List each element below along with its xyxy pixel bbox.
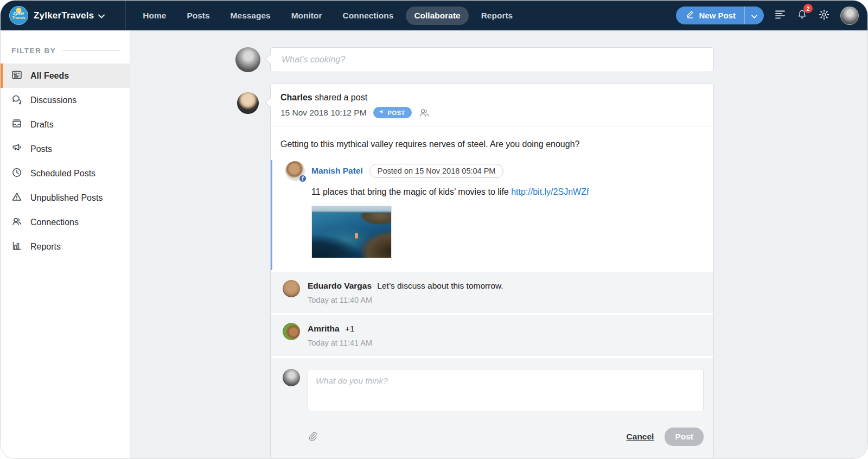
user-avatar[interactable] — [283, 369, 300, 386]
brand-switcher[interactable]: ZylkerTravels — [34, 10, 105, 21]
comment-author-name[interactable]: Eduardo Vargas — [308, 281, 372, 290]
post-author-name[interactable]: Charles — [280, 93, 312, 102]
post-header: Charles shared a post 15 Nov 2018 10:12 … — [271, 84, 713, 126]
filter-sidebar: FILTER BY All Feeds Discussions Drafts P… — [1, 30, 130, 459]
brand-name: ZylkerTravels — [34, 10, 94, 21]
notification-count-badge: 2 — [803, 4, 813, 13]
comment-author-avatar[interactable] — [283, 280, 300, 297]
activity-menu-button[interactable] — [775, 10, 786, 22]
sidebar-item-label: All Feeds — [30, 71, 69, 81]
primary-nav: Home Posts Messages Monitor Connections … — [130, 7, 521, 25]
clock-icon — [11, 167, 22, 180]
megaphone-icon — [379, 109, 385, 116]
app-window: Zylker Travels ZylkerTravels Home Posts … — [0, 0, 868, 459]
comment-text: Let’s discuss about this tomorrow. — [377, 281, 503, 290]
connections-icon — [11, 216, 22, 229]
sidebar-item-posts[interactable]: Posts — [1, 137, 130, 161]
nav-item-monitor[interactable]: Monitor — [283, 7, 330, 25]
chevron-down-icon — [98, 10, 105, 21]
compose-pencil-icon — [686, 10, 694, 21]
nav-item-messages[interactable]: Messages — [222, 7, 279, 25]
sidebar-item-label: Reports — [30, 242, 61, 252]
comment-text: +1 — [345, 324, 355, 333]
status-composer-row — [235, 47, 714, 72]
sidebar-item-reports[interactable]: Reports — [1, 234, 130, 259]
facebook-icon: f — [299, 175, 307, 182]
user-avatar[interactable] — [235, 47, 260, 72]
list-lines-icon — [775, 10, 786, 22]
discussions-icon — [11, 94, 22, 107]
sidebar-item-label: Posts — [30, 144, 52, 154]
sidebar-item-label: Discussions — [30, 95, 76, 105]
warning-icon — [11, 192, 22, 205]
shared-post-text: 11 places that bring the magic of kids’ … — [311, 187, 703, 197]
post-type-badge: POST — [373, 107, 412, 118]
new-post-label: New Post — [699, 11, 736, 20]
sidebar-item-connections[interactable]: Connections — [1, 210, 130, 234]
comment-composer: Cancel Post — [271, 358, 713, 459]
sidebar-item-label: Scheduled Posts — [30, 169, 95, 178]
attachment-paperclip-icon[interactable] — [308, 431, 318, 443]
nav-item-collaborate[interactable]: Collaborate — [406, 7, 468, 25]
post-row: Charles shared a post 15 Nov 2018 10:12 … — [235, 83, 714, 459]
new-post-dropdown-button[interactable] — [744, 7, 764, 24]
nav-item-connections[interactable]: Connections — [335, 7, 402, 25]
topbar-divider — [125, 1, 126, 30]
filter-divider-line — [62, 50, 120, 51]
new-post-split-button: New Post — [676, 7, 764, 24]
bar-chart-icon — [11, 240, 22, 253]
sidebar-item-all-feeds[interactable]: All Feeds — [1, 63, 130, 88]
gear-icon — [819, 9, 829, 22]
notifications-button[interactable]: 2 — [796, 9, 808, 22]
user-avatar[interactable] — [840, 7, 859, 25]
chevron-down-icon — [751, 11, 757, 21]
sidebar-item-scheduled-posts[interactable]: Scheduled Posts — [1, 161, 130, 186]
sidebar-item-discussions[interactable]: Discussions — [1, 88, 130, 112]
settings-button[interactable] — [819, 9, 829, 22]
feed-main-area: Charles shared a post 15 Nov 2018 10:12 … — [130, 30, 867, 459]
comment-author-avatar[interactable] — [283, 323, 300, 340]
post-action-text: shared a post — [315, 93, 367, 102]
nav-item-posts[interactable]: Posts — [178, 7, 218, 25]
megaphone-icon — [11, 143, 22, 156]
filter-by-header: FILTER BY — [11, 47, 120, 55]
post-card: Charles shared a post 15 Nov 2018 10:12 … — [270, 83, 714, 459]
feeds-icon — [11, 69, 22, 82]
post-timestamp: 15 Nov 2018 10:12 PM — [280, 108, 367, 118]
post-text: Getting to this mythical valley requires… — [280, 139, 703, 149]
drafts-icon — [11, 118, 22, 131]
filter-by-label: FILTER BY — [11, 47, 56, 55]
status-composer — [270, 47, 714, 72]
status-input[interactable] — [271, 48, 713, 72]
comment-input[interactable] — [308, 369, 704, 411]
sidebar-item-label: Drafts — [30, 120, 54, 130]
sidebar-item-unpublished-posts[interactable]: Unpublished Posts — [1, 186, 130, 210]
shared-posted-on-pill: Posted on 15 Nov 2018 05:04 PM — [369, 164, 504, 178]
post-author-avatar[interactable] — [237, 92, 259, 114]
comment-timestamp: Today at 11:40 AM — [308, 296, 503, 304]
nav-item-reports[interactable]: Reports — [473, 7, 521, 25]
sidebar-item-label: Unpublished Posts — [30, 193, 103, 203]
post-comment-button[interactable]: Post — [665, 428, 704, 446]
shared-post-link[interactable]: http://bit.ly/2SJnWZf — [511, 187, 589, 196]
brand-logo-text: Zylker — [13, 11, 24, 16]
topbar-actions: New Post 2 — [676, 7, 859, 25]
new-post-button[interactable]: New Post — [676, 7, 744, 24]
comment-timestamp: Today at 11:41 AM — [308, 339, 372, 347]
brand-logo[interactable]: Zylker Travels — [9, 6, 28, 25]
audience-people-icon[interactable] — [418, 108, 430, 118]
sidebar-item-label: Connections — [30, 218, 79, 227]
nav-item-home[interactable]: Home — [135, 7, 174, 25]
comment-item: Eduardo Vargas Let’s discuss about this … — [271, 272, 713, 313]
top-navigation-bar: Zylker Travels ZylkerTravels Home Posts … — [1, 1, 867, 30]
brand-logo-text: Travels — [12, 16, 25, 20]
shared-post-block: f Manish Patel Posted on 15 Nov 2018 05:… — [271, 160, 703, 270]
comment-item: Amritha +1 Today at 11:41 AM — [271, 315, 713, 356]
shared-post-image[interactable] — [311, 206, 392, 258]
comment-author-name[interactable]: Amritha — [308, 324, 340, 333]
cancel-button[interactable]: Cancel — [627, 432, 654, 442]
shared-author-name[interactable]: Manish Patel — [311, 166, 363, 176]
post-body: Getting to this mythical valley requires… — [271, 126, 713, 270]
sidebar-item-drafts[interactable]: Drafts — [1, 112, 130, 137]
post-type-label: POST — [388, 110, 405, 116]
